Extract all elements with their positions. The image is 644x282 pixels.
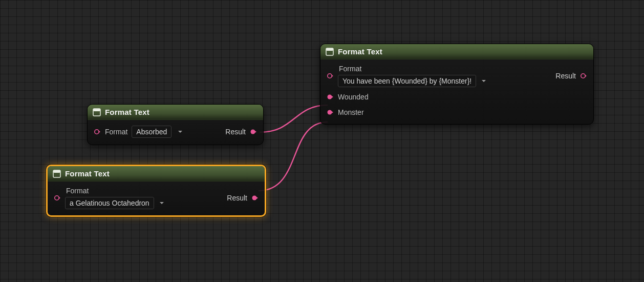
svg-point-3 <box>251 130 255 134</box>
wounded-label: Wounded <box>338 93 369 101</box>
svg-rect-5 <box>53 170 60 173</box>
svg-point-6 <box>55 196 59 200</box>
result-label: Result <box>555 72 576 80</box>
svg-point-12 <box>328 95 332 99</box>
node-body: Format You have been {Wounded} by {Monst… <box>320 59 593 124</box>
format-text-node-gelatinous[interactable]: Format Text Format a Gelatinous Octahedr… <box>46 165 266 217</box>
dropdown-caret-icon[interactable] <box>481 78 486 84</box>
format-label: Format <box>65 187 164 195</box>
format-text-node-main[interactable]: Format Text Format You have been {Wounde… <box>320 44 594 125</box>
result-output-pin[interactable] <box>251 194 259 202</box>
result-label: Result <box>225 128 246 136</box>
wounded-input-pin[interactable] <box>327 93 334 100</box>
node-header[interactable]: Format Text <box>320 44 593 59</box>
svg-point-7 <box>252 196 257 200</box>
format-input-pin[interactable] <box>94 128 101 135</box>
result-output-pin[interactable] <box>580 72 587 79</box>
node-header[interactable]: Format Text <box>48 166 265 182</box>
node-title: Format Text <box>338 47 382 56</box>
dropdown-caret-icon[interactable] <box>159 200 164 206</box>
svg-point-11 <box>581 74 585 78</box>
format-label: Format <box>338 65 486 73</box>
format-input-pin[interactable] <box>54 194 61 202</box>
format-text-field[interactable]: a Gelatinous Octahedron <box>65 197 154 209</box>
node-icon <box>326 48 334 56</box>
node-icon <box>93 108 101 116</box>
svg-rect-1 <box>93 109 100 111</box>
format-label: Format <box>105 128 127 136</box>
format-text-field[interactable]: Absorbed <box>132 126 171 138</box>
monster-input-pin[interactable] <box>327 109 334 116</box>
node-header[interactable]: Format Text <box>88 105 263 120</box>
svg-point-13 <box>328 110 332 115</box>
monster-label: Monster <box>338 108 364 116</box>
node-icon <box>53 170 61 178</box>
format-text-node-absorbed[interactable]: Format Text Format Absorbed Result <box>87 104 264 145</box>
result-label: Result <box>227 194 247 202</box>
format-input-pin[interactable] <box>327 72 334 79</box>
node-title: Format Text <box>105 108 149 116</box>
node-body: Format Absorbed Result <box>88 120 263 145</box>
node-body: Format a Gelatinous Octahedron Result <box>48 182 265 215</box>
format-text-field[interactable]: You have been {Wounded} by {Monster}! <box>338 75 476 87</box>
svg-point-2 <box>95 130 99 134</box>
dropdown-caret-icon[interactable] <box>178 129 183 134</box>
svg-point-10 <box>328 74 332 78</box>
svg-rect-9 <box>326 48 333 51</box>
result-output-pin[interactable] <box>250 128 257 135</box>
node-title: Format Text <box>65 169 110 178</box>
